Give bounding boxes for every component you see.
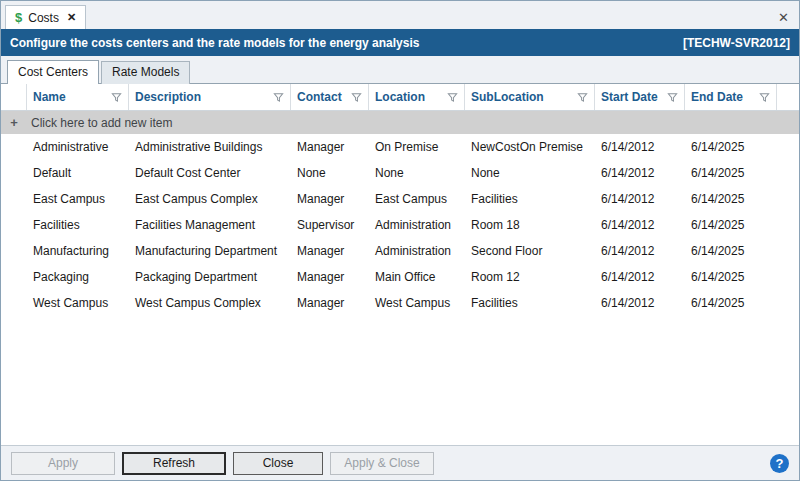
column-header-sublocation[interactable]: SubLocation bbox=[465, 84, 595, 110]
table-cell[interactable]: Manager bbox=[291, 140, 369, 154]
column-header-label: End Date bbox=[691, 90, 743, 104]
filter-icon[interactable] bbox=[577, 92, 588, 103]
table-row[interactable]: FacilitiesFacilities ManagementSuperviso… bbox=[1, 212, 799, 238]
header-filler bbox=[777, 84, 799, 110]
apply-button[interactable]: Apply bbox=[11, 452, 115, 475]
tab-cost-centers[interactable]: Cost Centers bbox=[7, 60, 99, 84]
close-button[interactable]: Close bbox=[233, 452, 323, 475]
grid-panel: Name Description Contact Location SubLoc… bbox=[1, 83, 799, 445]
table-cell[interactable]: Manager bbox=[291, 244, 369, 258]
help-icon[interactable]: ? bbox=[770, 454, 789, 473]
table-cell[interactable]: Default Cost Center bbox=[129, 166, 291, 180]
table-cell[interactable]: 6/14/2012 bbox=[595, 244, 685, 258]
table-cell[interactable]: Default bbox=[27, 166, 129, 180]
column-header-end-date[interactable]: End Date bbox=[685, 84, 777, 110]
table-cell[interactable]: West Campus bbox=[369, 296, 465, 310]
grid-header: Name Description Contact Location SubLoc… bbox=[1, 84, 799, 111]
table-row[interactable]: West CampusWest Campus ComplexManagerWes… bbox=[1, 290, 799, 316]
column-header-contact[interactable]: Contact bbox=[291, 84, 369, 110]
table-cell[interactable]: 6/14/2012 bbox=[595, 192, 685, 206]
apply-and-close-button[interactable]: Apply & Close bbox=[330, 452, 434, 475]
banner: Configure the costs centers and the rate… bbox=[1, 29, 799, 56]
table-cell[interactable]: Administrative Buildings bbox=[129, 140, 291, 154]
table-cell[interactable]: 6/14/2025 bbox=[685, 244, 777, 258]
table-cell[interactable]: 6/14/2012 bbox=[595, 296, 685, 310]
table-cell[interactable]: Manager bbox=[291, 192, 369, 206]
filter-icon[interactable] bbox=[351, 92, 362, 103]
table-cell[interactable]: 6/14/2025 bbox=[685, 192, 777, 206]
table-cell[interactable]: 6/14/2025 bbox=[685, 270, 777, 284]
table-cell[interactable]: 6/14/2012 bbox=[595, 270, 685, 284]
document-tabstrip: $ Costs ✕ ✕ bbox=[1, 1, 799, 29]
grid-body: AdministrativeAdministrative BuildingsMa… bbox=[1, 134, 799, 316]
tab-rate-models[interactable]: Rate Models bbox=[101, 61, 190, 84]
add-row-label: Click here to add new item bbox=[27, 116, 799, 130]
table-row[interactable]: East CampusEast Campus ComplexManagerEas… bbox=[1, 186, 799, 212]
table-cell[interactable]: NewCostOn Premise bbox=[465, 140, 595, 154]
table-cell[interactable]: Packaging bbox=[27, 270, 129, 284]
table-cell[interactable]: East Campus bbox=[369, 192, 465, 206]
table-cell[interactable]: Packaging Department bbox=[129, 270, 291, 284]
table-cell[interactable]: West Campus bbox=[27, 296, 129, 310]
dollar-icon: $ bbox=[15, 10, 22, 25]
column-header-label: Name bbox=[33, 90, 66, 104]
table-row[interactable]: AdministrativeAdministrative BuildingsMa… bbox=[1, 134, 799, 160]
table-cell[interactable]: 6/14/2025 bbox=[685, 218, 777, 232]
table-cell[interactable]: Facilities bbox=[465, 192, 595, 206]
table-cell[interactable]: None bbox=[291, 166, 369, 180]
table-cell[interactable]: Manufacturing bbox=[27, 244, 129, 258]
table-cell[interactable]: Main Office bbox=[369, 270, 465, 284]
table-cell[interactable]: 6/14/2012 bbox=[595, 166, 685, 180]
table-cell[interactable]: On Premise bbox=[369, 140, 465, 154]
table-cell[interactable]: Manager bbox=[291, 270, 369, 284]
table-cell[interactable]: 6/14/2025 bbox=[685, 296, 777, 310]
table-cell[interactable]: Administrative bbox=[27, 140, 129, 154]
header-gutter bbox=[1, 84, 27, 110]
table-cell[interactable]: West Campus Complex bbox=[129, 296, 291, 310]
table-cell[interactable]: None bbox=[465, 166, 595, 180]
table-cell[interactable]: Facilities bbox=[27, 218, 129, 232]
window-close-icon[interactable]: ✕ bbox=[776, 10, 791, 29]
table-cell[interactable]: 6/14/2025 bbox=[685, 166, 777, 180]
column-header-name[interactable]: Name bbox=[27, 84, 129, 110]
table-cell[interactable]: Room 12 bbox=[465, 270, 595, 284]
server-name: [TECHW-SVR2012] bbox=[683, 36, 790, 50]
table-cell[interactable]: Second Floor bbox=[465, 244, 595, 258]
table-row[interactable]: PackagingPackaging DepartmentManagerMain… bbox=[1, 264, 799, 290]
add-new-item-row[interactable]: + Click here to add new item bbox=[1, 111, 799, 134]
table-cell[interactable]: East Campus bbox=[27, 192, 129, 206]
table-row[interactable]: DefaultDefault Cost CenterNoneNoneNone6/… bbox=[1, 160, 799, 186]
footer: Apply Refresh Close Apply & Close ? bbox=[1, 445, 799, 480]
table-cell[interactable]: 6/14/2025 bbox=[685, 140, 777, 154]
table-cell[interactable]: None bbox=[369, 166, 465, 180]
table-cell[interactable]: Manager bbox=[291, 296, 369, 310]
table-cell[interactable]: Facilities Management bbox=[129, 218, 291, 232]
table-cell[interactable]: Supervisor bbox=[291, 218, 369, 232]
tab-close-icon[interactable]: ✕ bbox=[67, 11, 76, 24]
column-header-label: Start Date bbox=[601, 90, 658, 104]
filter-icon[interactable] bbox=[273, 92, 284, 103]
table-cell[interactable]: Room 18 bbox=[465, 218, 595, 232]
filter-icon[interactable] bbox=[111, 92, 122, 103]
column-header-location[interactable]: Location bbox=[369, 84, 465, 110]
table-cell[interactable]: 6/14/2012 bbox=[595, 140, 685, 154]
table-cell[interactable]: 6/14/2012 bbox=[595, 218, 685, 232]
column-header-start-date[interactable]: Start Date bbox=[595, 84, 685, 110]
table-cell[interactable]: Facilities bbox=[465, 296, 595, 310]
table-cell[interactable]: East Campus Complex bbox=[129, 192, 291, 206]
filter-icon[interactable] bbox=[447, 92, 458, 103]
table-row[interactable]: ManufacturingManufacturing DepartmentMan… bbox=[1, 238, 799, 264]
table-cell[interactable]: Manufacturing Department bbox=[129, 244, 291, 258]
costs-window: $ Costs ✕ ✕ Configure the costs centers … bbox=[0, 0, 800, 481]
filter-icon[interactable] bbox=[667, 92, 678, 103]
tab-rate-models-label: Rate Models bbox=[112, 65, 179, 79]
doc-tab-label: Costs bbox=[28, 11, 59, 25]
filter-icon[interactable] bbox=[759, 92, 770, 103]
table-cell[interactable]: Administration bbox=[369, 218, 465, 232]
refresh-button[interactable]: Refresh bbox=[122, 452, 226, 475]
doc-tab-costs[interactable]: $ Costs ✕ bbox=[5, 5, 86, 29]
banner-text: Configure the costs centers and the rate… bbox=[10, 36, 419, 50]
column-header-description[interactable]: Description bbox=[129, 84, 291, 110]
table-cell[interactable]: Administration bbox=[369, 244, 465, 258]
column-header-label: Location bbox=[375, 90, 425, 104]
